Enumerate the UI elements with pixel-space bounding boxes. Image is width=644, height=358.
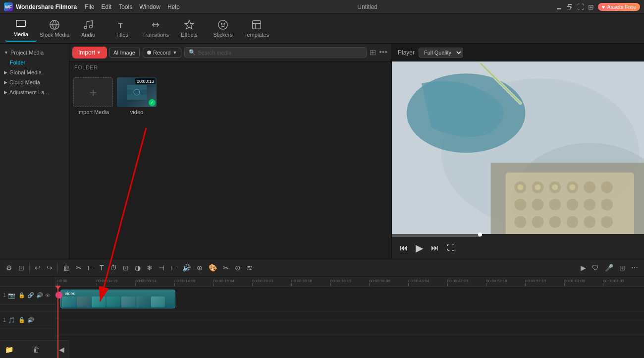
svg-point-6 <box>218 20 227 29</box>
tab-audio[interactable]: Audio <box>72 16 104 42</box>
svg-point-35 <box>515 216 527 228</box>
import-media-thumb[interactable]: ＋ <box>73 77 113 107</box>
ruler-mark-5: 00:00:23:23 <box>252 279 291 286</box>
video-volume-button[interactable]: 🔊 <box>36 292 43 298</box>
trim2-button[interactable]: ⊢ <box>168 263 178 273</box>
svg-point-7 <box>221 23 222 24</box>
menu-bar: WF Wondershare Filmora File Edit Tools W… <box>0 0 644 14</box>
play-pause-button[interactable]: ▶ <box>414 240 425 256</box>
cut-button[interactable]: ✂ <box>74 263 84 273</box>
filter-icon[interactable]: ⊞ <box>370 48 376 57</box>
audio-volume-button[interactable]: 🔊 <box>27 317 34 323</box>
sidebar-item-project-media[interactable]: ▼ Project Media <box>0 48 69 58</box>
tab-titles[interactable]: T Titles <box>106 16 138 42</box>
menu-help[interactable]: Help <box>167 3 180 10</box>
ai-cut-button[interactable]: ✂ <box>221 263 231 273</box>
svg-point-38 <box>566 216 578 228</box>
sidebar-item-global-media[interactable]: ▶ Global Media <box>0 67 69 77</box>
tl-shield-button[interactable]: 🛡 <box>590 263 601 273</box>
motion-track-button[interactable]: ⊙ <box>233 263 243 273</box>
tl-more-button[interactable]: ⋯ <box>629 263 640 273</box>
timeline-fit-button[interactable]: ⊡ <box>16 263 26 273</box>
main-layout: ▼ Project Media Folder ▶ Global Media ▶ … <box>0 44 644 259</box>
svg-point-39 <box>584 216 595 228</box>
sidebar-item-adjustment[interactable]: ▶ Adjustment La... <box>0 87 69 97</box>
menu-edit[interactable]: Edit <box>101 3 111 10</box>
video-link-button[interactable]: 🔗 <box>27 292 34 298</box>
tl-snap-button[interactable]: ⊞ <box>617 263 627 273</box>
record-button[interactable]: Record ▼ <box>143 48 181 58</box>
sidebar-item-cloud-media[interactable]: ▶ Cloud Media <box>0 77 69 87</box>
redo-button[interactable]: ↪ <box>45 263 54 273</box>
track-gap-visual <box>55 311 644 318</box>
tab-media[interactable]: Media <box>5 16 37 42</box>
menu-tools[interactable]: Tools <box>118 3 132 10</box>
menu-items: File Edit Tools Window Help <box>85 3 179 10</box>
text-button[interactable]: T <box>98 263 106 273</box>
step-forward-button[interactable]: ⏭ <box>429 241 441 254</box>
freeze-button[interactable]: ❄ <box>145 263 155 273</box>
tl-play-all-button[interactable]: ▶ <box>579 263 588 273</box>
sidebar-item-folder[interactable]: Folder <box>0 58 69 67</box>
import-button[interactable]: Import ▼ <box>73 48 106 58</box>
video-clip[interactable]: video <box>60 290 175 308</box>
svg-rect-11 <box>127 90 147 95</box>
frame-1 <box>62 297 76 307</box>
delete-folder-icon[interactable]: 🗑 <box>33 346 40 354</box>
tab-effects[interactable]: Effects <box>173 16 205 42</box>
video-lock-button[interactable]: 🔒 <box>18 292 25 298</box>
delete-button[interactable]: 🗑 <box>61 263 72 273</box>
quality-select[interactable]: Full Quality <box>419 48 463 58</box>
search-media-input[interactable]: 🔍 Search media <box>184 47 367 58</box>
assets-free-badge[interactable]: ♥ Assets Free <box>598 3 640 11</box>
video-media-item[interactable]: 00:00:13 ✓ video <box>117 77 157 115</box>
tl-mic-button[interactable]: 🎤 <box>603 263 615 273</box>
new-folder-icon[interactable]: 📁 <box>5 346 13 354</box>
fullscreen-icon[interactable]: ⛶ <box>577 3 584 11</box>
menu-window[interactable]: Window <box>139 3 161 10</box>
svg-point-43 <box>552 184 558 190</box>
minimize-icon[interactable]: 🗕 <box>555 3 562 11</box>
ruler-mark-3: 00:00:14:09 <box>174 279 214 286</box>
tab-transitions[interactable]: Transitions <box>140 16 171 42</box>
tab-stock-media[interactable]: Stock Media <box>39 16 70 42</box>
audio-button[interactable]: 🔊 <box>180 263 193 273</box>
media-toolbar: Import ▼ AI Image Record ▼ 🔍 Search medi… <box>69 44 391 61</box>
video-track-controls: 1 📷 🔒 🔗 🔊 👁 <box>0 287 55 304</box>
media-panel: Import ▼ AI Image Record ▼ 🔍 Search medi… <box>69 44 391 259</box>
tab-stickers[interactable]: Stickers <box>207 16 239 42</box>
ruler-mark-13: 00:01:02:08 <box>564 279 603 286</box>
audio-lock-button[interactable]: 🔒 <box>18 317 25 323</box>
more-options-icon[interactable]: ••• <box>379 48 387 57</box>
apps-icon[interactable]: ⊞ <box>588 3 594 11</box>
timeline-panel: ⚙ ⊡ ↩ ↪ 🗑 ✂ ⊢ T ⏱ ⊡ ◑ ❄ ⊣ ⊢ 🔊 ⊕ 🎨 ✂ ⊙ ≋ … <box>0 259 644 358</box>
svg-point-2 <box>84 26 87 29</box>
clip-frames <box>61 290 175 308</box>
frame-6 <box>136 297 150 307</box>
trim-button[interactable]: ⊣ <box>157 263 166 273</box>
ruler-ticks: 00:00 00:00:04:19 00:00:09:14 00:00:14:0… <box>55 277 644 286</box>
color-match-button[interactable]: 🎨 <box>207 263 219 273</box>
step-back-button[interactable]: ⏮ <box>398 241 410 254</box>
maximize-icon[interactable]: 🗗 <box>566 3 573 11</box>
speed-button[interactable]: ⏱ <box>108 263 119 273</box>
menu-file[interactable]: File <box>85 3 94 10</box>
ruler-mark-11: 00:00:52:18 <box>486 279 525 286</box>
video-track-icon: 📷 <box>8 292 15 299</box>
fullscreen-button[interactable]: ⛶ <box>445 241 457 254</box>
video-thumb[interactable]: 00:00:13 ✓ <box>117 77 157 107</box>
video-duration-badge: 00:00:13 <box>135 78 156 84</box>
video-eye-button[interactable]: 👁 <box>45 293 51 298</box>
mask-button[interactable]: ◑ <box>133 263 143 273</box>
progress-bar-container[interactable] <box>392 234 644 237</box>
tab-templates[interactable]: Templates <box>241 16 272 42</box>
ai-image-button[interactable]: AI Image <box>109 48 140 58</box>
svg-text:T: T <box>118 21 123 29</box>
audio-wave-button[interactable]: ≋ <box>245 263 255 273</box>
undo-button[interactable]: ↩ <box>33 263 43 273</box>
timeline-settings-button[interactable]: ⚙ <box>4 263 14 273</box>
stabilize-button[interactable]: ⊕ <box>195 263 205 273</box>
crop-button[interactable]: ⊡ <box>121 263 131 273</box>
import-media-item[interactable]: ＋ Import Media <box>73 77 113 115</box>
split-at-playhead-button[interactable]: ⊢ <box>86 263 96 273</box>
